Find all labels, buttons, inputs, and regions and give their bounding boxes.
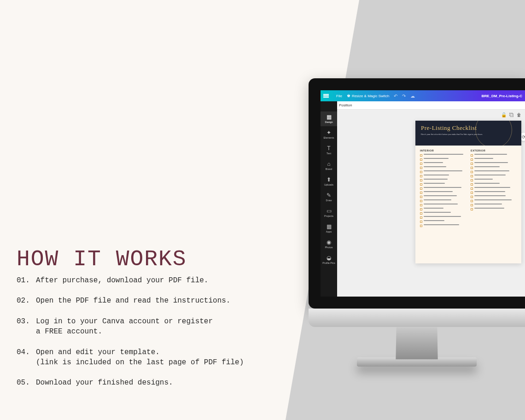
checklist-item — [471, 158, 517, 161]
cloud-save-icon[interactable]: ☁ — [410, 93, 415, 99]
sidebar-item-text[interactable]: TText — [321, 143, 337, 158]
checklist-item — [420, 191, 466, 194]
sidebar-item-design[interactable]: ▦Design — [321, 111, 337, 126]
checklist-item — [471, 191, 517, 194]
checklist-item — [420, 158, 466, 161]
checklist-item — [471, 195, 517, 198]
template-header: Pre-Listing Checklist Here's your list o… — [415, 121, 521, 146]
sidebar-item-draw[interactable]: ✎Draw — [321, 190, 337, 204]
page-controls: 🔓 ⿻ 🗑 — [501, 112, 521, 118]
sidebar-item-brand[interactable]: ⌂Brand — [321, 158, 337, 173]
exterior-heading: EXTERIOR — [471, 149, 517, 152]
sidebar-item-apps[interactable]: ▦Apps — [321, 221, 337, 236]
checklist-item — [420, 170, 466, 173]
instructions-block: HOW IT WORKS 01.After purchase, download… — [17, 247, 302, 398]
checklist-item — [420, 179, 466, 181]
checklist-item — [420, 199, 466, 202]
canva-screen: File Resize & Magic Switch ↶ ↷ ☁ BRE_DM_… — [321, 90, 525, 297]
checklist-item — [420, 183, 466, 186]
checklist-item — [471, 154, 517, 157]
step-item: 01.After purchase, download your PDF fil… — [17, 275, 302, 286]
interior-heading: INTERIOR — [420, 149, 466, 152]
interior-column: INTERIOR — [420, 149, 466, 228]
position-button[interactable]: Position — [339, 103, 352, 107]
delete-icon[interactable]: 🗑 — [517, 112, 521, 118]
checklist-item — [420, 166, 466, 169]
checklist-item — [471, 183, 517, 186]
exterior-column: EXTERIOR — [471, 149, 517, 228]
step-item: 02.Open the PDF file and read the instru… — [17, 296, 302, 306]
decorative-arc — [475, 121, 512, 146]
checklist-item — [471, 162, 517, 165]
checklist-item — [471, 204, 517, 206]
lock-icon[interactable]: 🔓 — [501, 112, 507, 118]
checklist-item — [420, 208, 466, 210]
monitor-stand-neck — [396, 327, 438, 360]
monitor-mockup: File Resize & Magic Switch ↶ ↷ ☁ BRE_DM_… — [309, 78, 525, 367]
sidebar-item-profile-pics[interactable]: ◒Profile Pics — [321, 252, 337, 267]
sidebar-item-uploads[interactable]: ⬆Uploads — [321, 174, 337, 189]
canva-canvas[interactable]: 🔓 ⿻ 🗑 ⟳ Pre-Listing Checklist Here's you… — [337, 110, 525, 297]
checklist-item — [420, 154, 466, 157]
checklist-item — [471, 175, 517, 177]
menu-icon[interactable] — [321, 95, 332, 96]
checklist-item — [471, 208, 517, 210]
step-item: 05.Download your finished designs. — [17, 378, 302, 388]
steps-list: 01.After purchase, download your PDF fil… — [17, 275, 302, 388]
checklist-item — [471, 179, 517, 181]
step-item: 03.Log in to your Canva account or regis… — [17, 316, 302, 337]
checklist-item — [420, 212, 466, 215]
canva-topbar: File Resize & Magic Switch ↶ ↷ ☁ BRE_DM_… — [321, 90, 525, 101]
checklist-item — [420, 204, 466, 206]
checklist-item — [420, 224, 466, 227]
sidebar-item-projects[interactable]: ▭Projects — [321, 205, 337, 220]
step-item: 04.Open and edit your template.(link is … — [17, 347, 302, 368]
monitor-chin — [309, 309, 525, 327]
file-menu[interactable]: File — [336, 94, 342, 98]
checklist-item — [420, 175, 466, 177]
checklist-item — [471, 166, 517, 169]
checklist-item — [420, 162, 466, 165]
checklist-item — [420, 187, 466, 190]
template-columns: INTERIOR EXTERIOR — [415, 146, 521, 232]
sidebar-item-photos[interactable]: ◉Photos — [321, 237, 337, 251]
checklist-item — [471, 187, 517, 190]
template-page[interactable]: ⟳ Pre-Listing Checklist Here's your list… — [415, 121, 521, 263]
canva-subtoolbar: Position — [321, 101, 525, 110]
monitor-bezel: File Resize & Magic Switch ↶ ↷ ☁ BRE_DM_… — [309, 78, 525, 309]
checklist-item — [420, 220, 466, 223]
document-title[interactable]: BRE_DM_Pre-Listing-C — [482, 94, 522, 98]
checklist-item — [420, 195, 466, 198]
checklist-item — [420, 216, 466, 219]
redo-icon[interactable]: ↷ — [402, 93, 406, 99]
checklist-item — [471, 199, 517, 202]
resize-button[interactable]: Resize & Magic Switch — [347, 93, 389, 98]
sidebar-item-elements[interactable]: ✦Elements — [321, 127, 337, 142]
checklist-item — [471, 170, 517, 173]
undo-icon[interactable]: ↶ — [394, 93, 397, 99]
canva-sidebar: ▦Design✦ElementsTText⌂Brand⬆Uploads✎Draw… — [321, 101, 337, 297]
heading-how-it-works: HOW IT WORKS — [17, 247, 302, 272]
duplicate-icon[interactable]: ⿻ — [509, 112, 514, 118]
